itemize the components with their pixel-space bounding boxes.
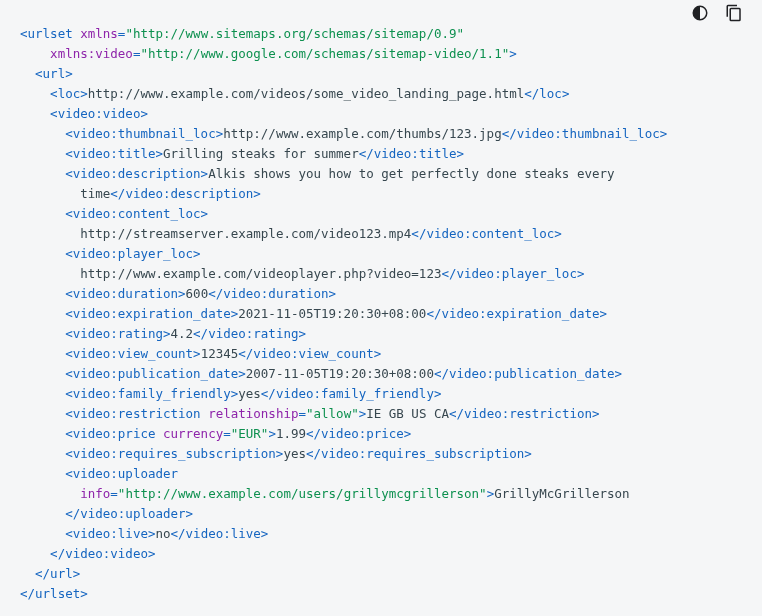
text: GrillyMcGrillerson <box>494 486 629 501</box>
code-toolbar <box>690 6 744 26</box>
text: yes <box>283 446 306 461</box>
tag: </video:restriction> <box>449 406 600 421</box>
tag: > <box>509 46 517 61</box>
tag: </urlset> <box>20 586 88 601</box>
tag: <video:description> <box>65 166 208 181</box>
code-block: <urlset xmlns="http://www.sitemaps.org/s… <box>20 24 746 604</box>
tag: <video:thumbnail_loc> <box>65 126 223 141</box>
text: http://www.example.com/thumbs/123.jpg <box>223 126 501 141</box>
dark-mode-icon <box>691 4 709 28</box>
tag: <video:publication_date> <box>65 366 246 381</box>
text: no <box>155 526 170 541</box>
tag: </video:content_loc> <box>411 226 562 241</box>
text: 600 <box>186 286 209 301</box>
text: http://www.example.com/videoplayer.php?v… <box>80 266 441 281</box>
tag: </video:duration> <box>208 286 336 301</box>
text: 2021-11-05T19:20:30+08:00 <box>238 306 426 321</box>
tag: </video:family_friendly> <box>261 386 442 401</box>
tag: </video:view_count> <box>238 346 381 361</box>
tag: </url> <box>35 566 80 581</box>
tag: </video:uploader> <box>65 506 193 521</box>
str: "allow" <box>306 406 359 421</box>
text: 2007-11-05T19:20:30+08:00 <box>246 366 434 381</box>
tag: </video:expiration_date> <box>426 306 607 321</box>
tag: </video:publication_date> <box>434 366 622 381</box>
tag: </loc> <box>524 86 569 101</box>
tag: <video:price <box>65 426 155 441</box>
tag: </video:live> <box>171 526 269 541</box>
text: 12345 <box>201 346 239 361</box>
copy-icon <box>725 4 743 28</box>
text: Grilling steaks for summer <box>163 146 359 161</box>
tag: <video:video> <box>50 106 148 121</box>
eq: = <box>223 426 231 441</box>
tag: </video:video> <box>50 546 155 561</box>
tag: </video:requires_subscription> <box>306 446 532 461</box>
tag: <video:content_loc> <box>65 206 208 221</box>
tag: <url> <box>35 66 73 81</box>
tag: </video:title> <box>359 146 464 161</box>
text: http://streamserver.example.com/video123… <box>80 226 411 241</box>
attr: xmlns:video <box>43 46 133 61</box>
tag: <urlset <box>20 26 73 41</box>
tag: </video:player_loc> <box>441 266 584 281</box>
copy-button[interactable] <box>724 6 744 26</box>
eq: = <box>110 486 118 501</box>
text: IE GB US CA <box>366 406 449 421</box>
text: time <box>80 186 110 201</box>
tag: <video:player_loc> <box>65 246 200 261</box>
tag: <video:view_count> <box>65 346 200 361</box>
tag: <video:requires_subscription> <box>65 446 283 461</box>
text: http://www.example.com/videos/some_video… <box>88 86 525 101</box>
text: 4.2 <box>171 326 194 341</box>
str: "http://www.sitemaps.org/schemas/sitemap… <box>125 26 464 41</box>
tag: <video:uploader <box>65 466 178 481</box>
text: yes <box>238 386 261 401</box>
str: "EUR" <box>231 426 269 441</box>
tag: <video:restriction <box>65 406 200 421</box>
text: 1.99 <box>276 426 306 441</box>
text: Alkis shows you how to get perfectly don… <box>208 166 614 181</box>
tag: </video:price> <box>306 426 411 441</box>
tag: <video:duration> <box>65 286 185 301</box>
tag: <video:expiration_date> <box>65 306 238 321</box>
tag: </video:thumbnail_loc> <box>502 126 668 141</box>
attr: info <box>80 486 110 501</box>
tag: > <box>268 426 276 441</box>
attr: xmlns <box>73 26 118 41</box>
tag: <video:live> <box>65 526 155 541</box>
eq: = <box>298 406 306 421</box>
tag: <video:rating> <box>65 326 170 341</box>
str: "http://www.example.com/users/grillymcgr… <box>118 486 487 501</box>
tag: </video:rating> <box>193 326 306 341</box>
attr: relationship <box>201 406 299 421</box>
str: "http://www.google.com/schemas/sitemap-v… <box>140 46 509 61</box>
tag: <video:family_friendly> <box>65 386 238 401</box>
attr: currency <box>155 426 223 441</box>
tag: <loc> <box>50 86 88 101</box>
dark-mode-button[interactable] <box>690 6 710 26</box>
tag: <video:title> <box>65 146 163 161</box>
tag: </video:description> <box>110 186 261 201</box>
